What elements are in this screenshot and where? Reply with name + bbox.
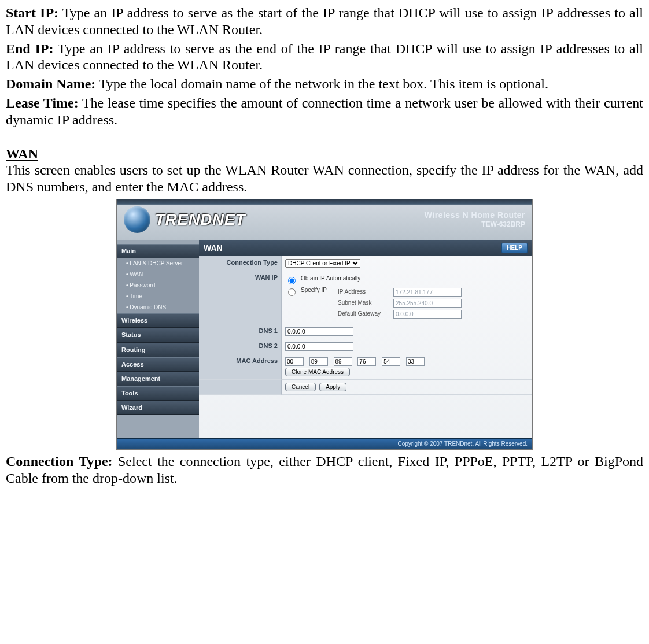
radio-specify[interactable] [288,288,296,296]
mac-4[interactable] [382,357,400,366]
nav-routing[interactable]: Routing [117,343,199,357]
label-domain: Domain Name: [6,76,95,91]
globe-icon [124,206,150,233]
dns2-input[interactable] [285,342,353,351]
text-end-ip: Type an IP address to serve as the end o… [6,41,643,73]
text-lease: The lease time specifies the amount of c… [6,95,643,127]
row-dns2-label: DNS 2 [199,339,282,354]
nav-sub-ddns[interactable]: Dynamic DNS [117,302,199,313]
mac-5[interactable] [406,357,425,366]
para-start-ip: Start IP: Type an IP address to serve as… [6,5,643,38]
router-screenshot: TRENDNET Wireless N Home Router TEW-632B… [116,199,533,450]
nav-status[interactable]: Status [117,328,199,342]
ip-address-label: IP Address [338,288,390,295]
label-end-ip: End IP: [6,41,53,56]
dns1-input[interactable] [285,327,353,336]
panel-title: WAN [204,243,223,253]
apply-button[interactable]: Apply [319,383,346,391]
mac-3[interactable] [357,357,376,366]
conn-type-select[interactable]: DHCP Client or Fixed IP [285,259,360,268]
radio-obtain[interactable] [288,277,296,284]
product-line2: TEW-632BRP [425,220,525,228]
para-conn-type: Connection Type: Select the connection t… [6,453,643,487]
nav-wireless[interactable]: Wireless [117,313,199,328]
brand-text: TRENDNET [155,210,245,230]
para-end-ip: End IP: Type an IP address to serve as t… [6,40,643,74]
row-actions-label [199,380,282,395]
text-domain: Type the local domain name of the networ… [95,76,548,91]
mac-1[interactable] [309,357,328,366]
nav-wizard[interactable]: Wizard [117,401,199,415]
panel-header: WAN HELP [199,240,532,256]
subnet-label: Subnet Mask [338,299,390,306]
row-mac-label: MAC Address [199,354,282,380]
router-footer: Copyright © 2007 TRENDnet. All Rights Re… [117,438,532,449]
main-panel: WAN HELP Connection Type DHCP Client or … [199,240,532,439]
para-wan-intro: This screen enables users to set up the … [6,162,643,195]
row-wanip-label: WAN IP [199,271,282,324]
para-domain: Domain Name: Type the local domain name … [6,76,643,92]
sidebar-nav: Main LAN & DHCP Server WAN Password Time… [117,240,199,439]
label-conn-type: Connection Type: [6,454,113,469]
nav-main[interactable]: Main [117,244,199,258]
specify-label: Specify IP [301,287,327,294]
row-dns1-label: DNS 1 [199,324,282,339]
text-start-ip: Type an IP address to serve as the start… [6,5,643,37]
gateway-input[interactable] [393,310,462,319]
gateway-label: Default Gateway [338,310,390,317]
label-start-ip: Start IP: [6,5,58,20]
product-line1: Wireless N Home Router [425,210,525,220]
mac-2[interactable] [334,357,352,366]
ip-address-input[interactable] [393,288,462,297]
cancel-button[interactable]: Cancel [285,383,316,391]
subnet-input[interactable] [393,299,462,308]
clone-mac-button[interactable]: Clone MAC Address [285,368,350,376]
help-button[interactable]: HELP [502,243,528,253]
nav-tools[interactable]: Tools [117,386,199,401]
para-lease: Lease Time: The lease time specifies the… [6,95,643,128]
nav-sub-password[interactable]: Password [117,280,199,291]
nav-management[interactable]: Management [117,372,199,386]
mac-0[interactable] [285,357,304,366]
brand-block: TRENDNET [124,206,245,233]
heading-wan: WAN [6,146,643,162]
label-lease: Lease Time: [6,95,79,110]
router-header: TRENDNET Wireless N Home Router TEW-632B… [117,199,532,240]
nav-sub-wan[interactable]: WAN [117,269,199,280]
nav-sub-time[interactable]: Time [117,291,199,302]
config-table: Connection Type DHCP Client or Fixed IP … [199,256,532,395]
nav-access[interactable]: Access [117,357,199,372]
row-conn-type-label: Connection Type [199,256,282,271]
obtain-label: Obtain IP Automatically [301,275,360,282]
product-title: Wireless N Home Router TEW-632BRP [425,210,525,228]
nav-sub-lan[interactable]: LAN & DHCP Server [117,258,199,269]
